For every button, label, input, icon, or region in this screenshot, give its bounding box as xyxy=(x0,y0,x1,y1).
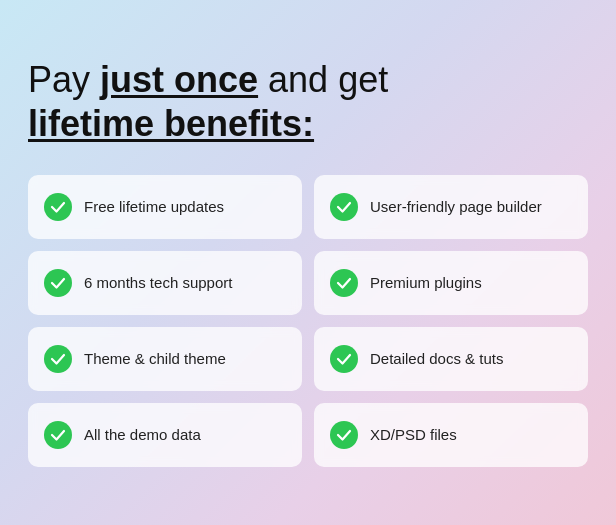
benefit-label-tech-support: 6 months tech support xyxy=(84,274,232,291)
check-icon xyxy=(330,345,358,373)
benefits-grid: Free lifetime updates User-friendly page… xyxy=(28,175,588,467)
benefit-label-xd-psd: XD/PSD files xyxy=(370,426,457,443)
benefit-card-child-theme: Theme & child theme xyxy=(28,327,302,391)
check-icon xyxy=(44,421,72,449)
benefit-card-tech-support: 6 months tech support xyxy=(28,251,302,315)
check-icon xyxy=(330,193,358,221)
check-icon xyxy=(330,421,358,449)
benefit-label-child-theme: Theme & child theme xyxy=(84,350,226,367)
headline-block: Pay just once and get lifetime benefits: xyxy=(28,58,588,144)
benefit-card-premium-plugins: Premium plugins xyxy=(314,251,588,315)
benefit-label-free-updates: Free lifetime updates xyxy=(84,198,224,215)
check-icon xyxy=(44,193,72,221)
benefit-label-page-builder: User-friendly page builder xyxy=(370,198,542,215)
benefit-card-demo-data: All the demo data xyxy=(28,403,302,467)
benefit-label-premium-plugins: Premium plugins xyxy=(370,274,482,291)
benefit-card-free-updates: Free lifetime updates xyxy=(28,175,302,239)
benefit-card-docs-tuts: Detailed docs & tuts xyxy=(314,327,588,391)
benefit-label-demo-data: All the demo data xyxy=(84,426,201,443)
benefit-card-page-builder: User-friendly page builder xyxy=(314,175,588,239)
benefit-label-docs-tuts: Detailed docs & tuts xyxy=(370,350,503,367)
headline-line1: Pay just once and get xyxy=(28,58,588,101)
check-icon xyxy=(44,269,72,297)
headline-bold: just once xyxy=(100,59,258,100)
check-icon xyxy=(44,345,72,373)
headline-line2: lifetime benefits: xyxy=(28,102,588,145)
benefit-card-xd-psd: XD/PSD files xyxy=(314,403,588,467)
check-icon xyxy=(330,269,358,297)
main-container: Pay just once and get lifetime benefits:… xyxy=(28,38,588,486)
